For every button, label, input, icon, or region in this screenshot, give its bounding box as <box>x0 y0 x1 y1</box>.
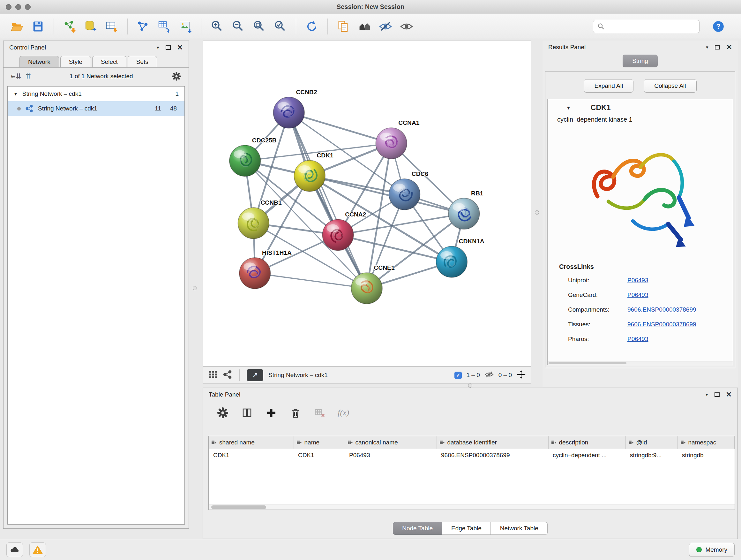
zoom-in-icon[interactable] <box>208 17 226 36</box>
results-horizontal-scrollbar[interactable] <box>548 361 733 365</box>
toolbar-search[interactable] <box>593 20 699 33</box>
open-in-new-window-button[interactable]: ↗ <box>247 369 263 381</box>
network-node-RB1[interactable] <box>448 198 480 229</box>
cell-name[interactable]: CDK1 <box>293 449 345 462</box>
panel-close-icon[interactable]: ✕ <box>177 44 183 51</box>
panel-close-icon[interactable]: ✕ <box>726 44 732 51</box>
hide-selected-eye-slash-icon[interactable] <box>376 17 395 36</box>
selected-nodes-checkbox-icon[interactable]: ✓ <box>455 372 462 379</box>
network-node-CCNB1[interactable] <box>238 207 269 239</box>
cell-canonical-name[interactable]: P06493 <box>345 449 436 462</box>
tab-style[interactable]: Style <box>60 56 91 67</box>
right-splitter-handle[interactable] <box>535 210 539 214</box>
column-header[interactable]: name <box>293 436 345 449</box>
new-network-icon[interactable] <box>134 17 152 36</box>
zoom-selected-icon[interactable] <box>271 17 289 36</box>
column-header[interactable]: @id <box>625 436 677 449</box>
zoom-out-icon[interactable] <box>229 17 247 36</box>
network-graph[interactable]: CCNB2CCNA1CDC25BCDK1CDC6RB1CCNB1CCNA2CDK… <box>203 41 531 366</box>
network-edge[interactable] <box>289 113 367 288</box>
bottom-splitter-handle[interactable] <box>468 383 472 388</box>
collapse-all-networks-icon[interactable]: ⇈ <box>25 72 31 80</box>
network-node-CDC6[interactable] <box>389 179 420 210</box>
table-options-gear-icon[interactable] <box>216 407 229 419</box>
panel-float-icon[interactable] <box>715 45 720 50</box>
table-horizontal-scrollbar[interactable] <box>209 504 735 509</box>
cell-database-identifier[interactable]: 9606.ENSP00000378699 <box>436 449 548 462</box>
tab-node-table[interactable]: Node Table <box>393 522 442 535</box>
home-layout-icon[interactable] <box>355 17 374 36</box>
cell-id[interactable]: stringdb:9... <box>625 449 677 462</box>
delete-column-trash-icon[interactable] <box>289 407 302 419</box>
network-node-CCNE1[interactable] <box>351 273 382 304</box>
clone-network-icon[interactable] <box>334 17 353 36</box>
network-options-gear-icon[interactable] <box>172 71 182 81</box>
refresh-icon[interactable] <box>302 17 321 36</box>
network-canvas[interactable]: CCNB2CCNA1CDC25BCDK1CDC6RB1CCNB1CCNA2CDK… <box>203 41 531 367</box>
network-node-CCNA2[interactable] <box>322 219 354 251</box>
crosslink-link[interactable]: 9606.ENSP00000378699 <box>627 321 696 328</box>
import-network-file-icon[interactable] <box>60 17 79 36</box>
panel-menu-chevron-icon[interactable]: ▾ <box>706 44 709 50</box>
network-share-icon[interactable] <box>223 370 232 381</box>
network-row[interactable]: String Network – cdk1 11 48 <box>8 101 185 116</box>
warnings-button[interactable] <box>29 543 46 557</box>
cell-shared-name[interactable]: CDK1 <box>209 449 293 462</box>
network-node-CDK1[interactable] <box>294 160 326 192</box>
crosslink-link[interactable]: P06493 <box>627 335 649 343</box>
tab-edge-table[interactable]: Edge Table <box>442 522 491 535</box>
column-header[interactable]: shared name <box>209 436 293 449</box>
network-node-CDC25B[interactable] <box>229 145 261 177</box>
new-table-icon[interactable] <box>155 17 174 36</box>
save-session-icon[interactable] <box>29 17 47 36</box>
zoom-fit-icon[interactable] <box>250 17 268 36</box>
import-network-database-icon[interactable] <box>81 17 100 36</box>
show-all-eye-icon[interactable] <box>397 17 416 36</box>
tab-sets[interactable]: Sets <box>128 56 157 67</box>
scrollbar-thumb[interactable] <box>211 505 266 509</box>
scrollbar-thumb[interactable] <box>549 362 626 364</box>
export-image-icon[interactable] <box>176 17 195 36</box>
panel-menu-chevron-icon[interactable]: ▾ <box>705 392 708 397</box>
panel-float-icon[interactable] <box>165 45 171 50</box>
expand-all-networks-icon[interactable]: ∊︎⇊ <box>10 72 21 80</box>
network-node-CCNB2[interactable] <box>273 97 305 128</box>
network-edge[interactable] <box>255 273 367 288</box>
column-header[interactable]: namespac <box>677 436 735 449</box>
panel-float-icon[interactable] <box>715 392 720 397</box>
minimize-window-button[interactable] <box>15 4 21 10</box>
network-node-CDKN1A[interactable] <box>436 246 468 277</box>
tab-string[interactable]: String <box>623 55 658 67</box>
birdseye-view-icon[interactable] <box>208 370 218 381</box>
column-header[interactable]: canonical name <box>345 436 436 449</box>
network-edge[interactable] <box>338 235 452 262</box>
column-header[interactable]: database identifier <box>436 436 548 449</box>
crosslink-link[interactable]: 9606.ENSP00000378699 <box>627 306 696 313</box>
network-node-HIST1H1A[interactable] <box>239 258 271 289</box>
cell-namespace[interactable]: stringdb <box>677 449 735 462</box>
panel-menu-chevron-icon[interactable]: ▾ <box>157 45 159 51</box>
cloud-status-button[interactable] <box>6 543 23 557</box>
expand-all-button[interactable]: Expand All <box>584 79 633 92</box>
help-icon[interactable]: ? <box>709 17 728 36</box>
network-edge[interactable] <box>289 113 391 143</box>
tree-caret-icon[interactable]: ▼ <box>13 91 18 97</box>
fit-content-crosshair-icon[interactable] <box>516 370 526 381</box>
crosslink-link[interactable]: P06493 <box>627 292 649 299</box>
network-collection-row[interactable]: ▼ String Network – cdk1 1 <box>8 86 185 101</box>
column-header[interactable]: description <box>548 436 625 449</box>
collapse-all-button[interactable]: Collapse All <box>644 79 696 92</box>
network-node-CCNA1[interactable] <box>376 128 407 159</box>
crosslink-link[interactable]: P06493 <box>627 277 649 284</box>
add-column-plus-icon[interactable] <box>265 407 278 419</box>
table-row[interactable]: CDK1 CDK1 P06493 9606.ENSP00000378699 cy… <box>209 449 735 462</box>
tab-network[interactable]: Network <box>19 56 59 67</box>
show-columns-icon[interactable] <box>241 407 253 419</box>
tab-select[interactable]: Select <box>92 56 126 67</box>
function-builder-icon[interactable]: f(x) <box>338 408 349 418</box>
close-window-button[interactable] <box>6 4 11 10</box>
collapse-section-caret-icon[interactable]: ▼ <box>566 105 571 111</box>
search-input[interactable] <box>607 23 695 30</box>
memory-button[interactable]: Memory <box>689 543 735 557</box>
left-splitter-handle[interactable] <box>193 286 197 290</box>
